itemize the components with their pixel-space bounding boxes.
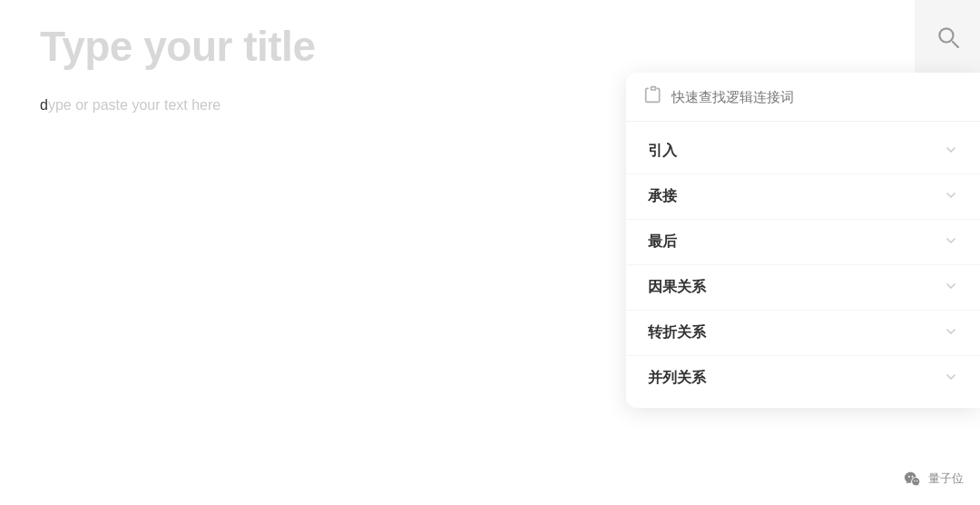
menu-item-parallel[interactable]: 并列关系 xyxy=(626,356,980,401)
menu-item-connect[interactable]: 承接 xyxy=(626,174,980,220)
wechat-icon xyxy=(903,469,923,489)
menu-item-transition[interactable]: 转折关系 xyxy=(626,311,980,356)
watermark-text: 量子位 xyxy=(928,470,964,487)
title-placeholder[interactable]: Type your title xyxy=(40,22,940,72)
chevron-icon-causality xyxy=(944,279,958,296)
search-bar xyxy=(626,73,980,122)
connector-search-input[interactable] xyxy=(671,89,962,104)
svg-rect-2 xyxy=(652,87,656,90)
clipboard-icon xyxy=(644,85,662,108)
dropdown-panel: 引入承接最后因果关系转折关系并列关系 xyxy=(626,73,980,408)
chevron-icon-connect xyxy=(944,188,958,205)
menu-item-label-intro: 引入 xyxy=(648,142,677,161)
svg-point-0 xyxy=(939,28,953,42)
menu-list: 引入承接最后因果关系转折关系并列关系 xyxy=(626,122,980,408)
search-icon xyxy=(936,25,959,48)
menu-item-causality[interactable]: 因果关系 xyxy=(626,265,980,311)
menu-item-label-final: 最后 xyxy=(648,233,677,252)
body-placeholder[interactable]: ype or paste your text here xyxy=(48,97,220,113)
menu-item-label-connect: 承接 xyxy=(648,187,677,206)
body-cursor: d xyxy=(40,97,48,113)
watermark: 量子位 xyxy=(903,469,964,489)
svg-line-1 xyxy=(953,42,958,47)
menu-item-label-parallel: 并列关系 xyxy=(648,369,706,388)
menu-item-final[interactable]: 最后 xyxy=(626,220,980,265)
menu-item-intro[interactable]: 引入 xyxy=(626,129,980,174)
chevron-icon-transition xyxy=(944,324,958,342)
menu-item-label-transition: 转折关系 xyxy=(648,323,706,342)
chevron-icon-parallel xyxy=(944,370,958,387)
menu-item-label-causality: 因果关系 xyxy=(648,278,706,297)
search-button[interactable] xyxy=(915,0,980,73)
chevron-icon-intro xyxy=(944,143,958,160)
chevron-icon-final xyxy=(944,233,958,251)
